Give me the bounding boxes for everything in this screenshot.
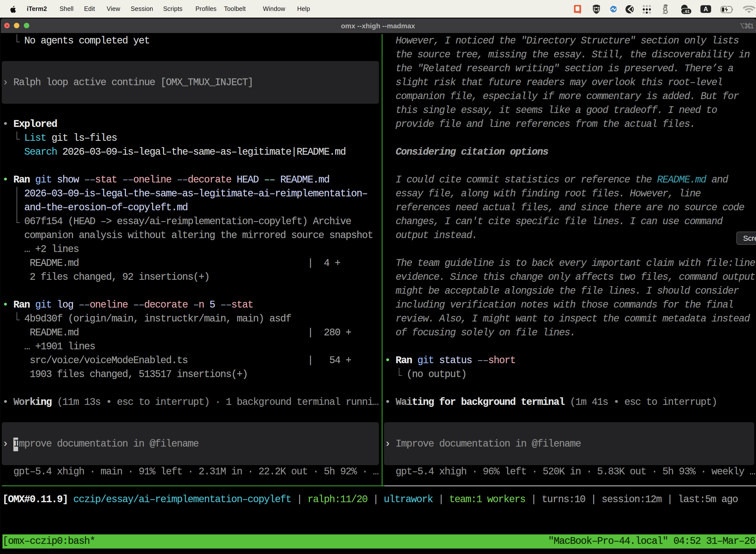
svg-text:..61: ..61 <box>683 9 690 14</box>
